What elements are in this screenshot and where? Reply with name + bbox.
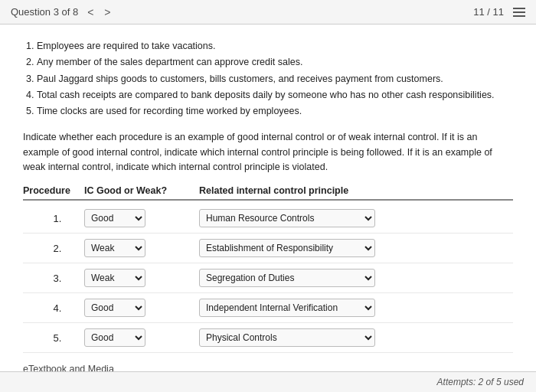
table-row: 5.GoodWeakHuman Resource ControlsEstabli… xyxy=(23,323,513,353)
principle-select-2[interactable]: Human Resource ControlsEstablishment of … xyxy=(199,239,375,257)
proc-number: 4. xyxy=(23,302,84,314)
top-bar-right: 11 / 11 xyxy=(473,6,525,18)
top-bar-left: Question 3 of 8 < > xyxy=(11,6,113,18)
col-header-procedure: Procedure xyxy=(23,185,84,196)
bottom-bar: Attempts: 2 of 5 used xyxy=(0,371,536,392)
table-section: Procedure IC Good or Weak? Related inter… xyxy=(23,185,513,353)
col-header-principle: Related internal control principle xyxy=(199,185,513,196)
proc-number: 1. xyxy=(23,213,84,224)
procedure-item: Any member of the sales department can a… xyxy=(37,54,513,70)
table-row: 4.GoodWeakHuman Resource ControlsEstabli… xyxy=(23,293,513,323)
proc-number: 2. xyxy=(23,243,84,254)
ic-select-2[interactable]: GoodWeak xyxy=(84,239,145,257)
procedure-item: Time clocks are used for recording time … xyxy=(37,103,513,119)
ic-select-5[interactable]: GoodWeak xyxy=(84,328,145,347)
col-header-ic: IC Good or Weak? xyxy=(84,185,199,196)
menu-icon[interactable] xyxy=(513,8,525,17)
question-label: Question 3 of 8 xyxy=(11,6,78,18)
nav-next[interactable]: > xyxy=(103,6,112,18)
attempts-label: Attempts: 2 of 5 used xyxy=(437,377,524,387)
ic-select-3[interactable]: GoodWeak xyxy=(84,269,145,287)
ic-select-1[interactable]: GoodWeak xyxy=(84,209,145,227)
table-header-row: Procedure IC Good or Weak? Related inter… xyxy=(23,185,513,201)
principle-select-3[interactable]: Human Resource ControlsEstablishment of … xyxy=(199,269,375,287)
progress-label: 11 / 11 xyxy=(473,6,504,18)
principle-select-5[interactable]: Human Resource ControlsEstablishment of … xyxy=(199,328,375,347)
etextbook-link[interactable]: eTextbook and Media xyxy=(23,364,513,371)
proc-number: 5. xyxy=(23,332,84,344)
table-row: 3.GoodWeakHuman Resource ControlsEstabli… xyxy=(23,263,513,293)
procedure-item: Total cash receipts are compared to bank… xyxy=(37,87,513,103)
procedure-item: Employees are required to take vacations… xyxy=(37,38,513,54)
proc-number: 3. xyxy=(23,273,84,284)
instruction-text: Indicate whether each procedure is an ex… xyxy=(23,130,513,175)
table-row: 2.GoodWeakHuman Resource ControlsEstabli… xyxy=(23,234,513,263)
principle-select-1[interactable]: Human Resource ControlsEstablishment of … xyxy=(199,209,375,227)
main-content: Employees are required to take vacations… xyxy=(0,24,536,371)
procedures-list: Employees are required to take vacations… xyxy=(23,38,513,119)
procedure-item: Paul Jaggard ships goods to customers, b… xyxy=(37,71,513,87)
nav-prev[interactable]: < xyxy=(86,6,95,18)
top-bar: Question 3 of 8 < > 11 / 11 xyxy=(0,0,536,24)
table-row: 1.GoodWeakHuman Resource ControlsEstabli… xyxy=(23,204,513,234)
ic-select-4[interactable]: GoodWeak xyxy=(84,299,145,317)
principle-select-4[interactable]: Human Resource ControlsEstablishment of … xyxy=(199,299,375,317)
